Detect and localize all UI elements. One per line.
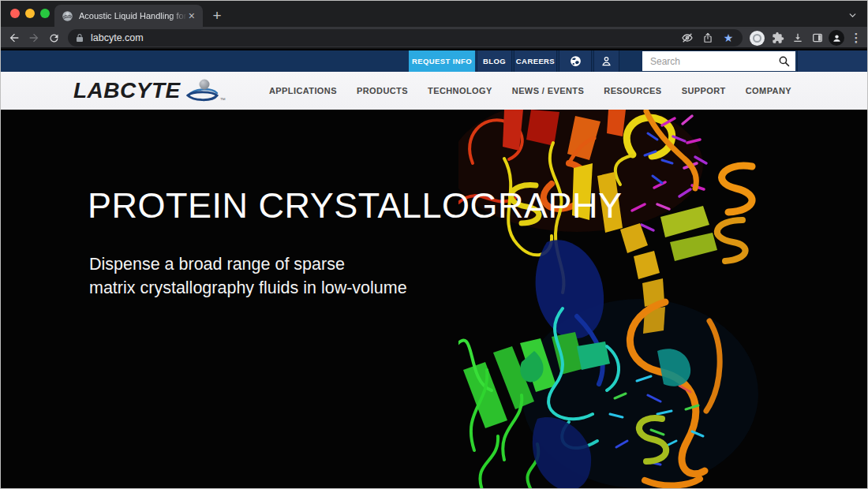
preview-hidden-icon[interactable]: [679, 30, 695, 46]
hero-subtitle-line2: matrix crystallography fluids in low-vol…: [89, 276, 407, 300]
macos-minimize-button[interactable]: [25, 9, 35, 18]
utility-nav-bar: REQUEST INFO BLOG CAREERS: [1, 50, 867, 72]
macos-close-button[interactable]: [10, 9, 20, 18]
url-text: labcyte.com: [91, 32, 675, 43]
request-info-button[interactable]: REQUEST INFO: [409, 50, 475, 72]
logo-text: LABCYTE: [73, 78, 181, 103]
hero-subtitle: Dispense a broad range of sparse matrix …: [89, 252, 407, 300]
nav-item-technology[interactable]: TECHNOLOGY: [428, 86, 492, 95]
hero-banner: PROTEIN CRYSTALLOGRAPHY Dispense a broad…: [1, 110, 867, 489]
careers-button[interactable]: CAREERS: [514, 50, 557, 72]
search-input[interactable]: [642, 51, 795, 71]
macos-zoom-button[interactable]: [40, 9, 50, 18]
browser-toolbar: labcyte.com ★: [1, 27, 867, 49]
browser-tab[interactable]: Acoustic Liquid Handling for Li ×: [54, 5, 203, 27]
hero-title: PROTEIN CRYSTALLOGRAPHY: [88, 185, 623, 226]
browser-menu-icon[interactable]: ⋮: [847, 29, 865, 47]
main-nav-items: APPLICATIONS PRODUCTS TECHNOLOGY NEWS / …: [269, 72, 791, 110]
share-icon[interactable]: [700, 30, 716, 46]
forward-icon[interactable]: [25, 29, 43, 47]
nav-item-products[interactable]: PRODUCTS: [357, 86, 408, 95]
address-bar[interactable]: labcyte.com ★: [68, 29, 743, 47]
main-nav-bar: LABCYTE ™ APPLICATIONS PRODUCTS TECHNOLO…: [1, 72, 867, 110]
nav-item-company[interactable]: COMPANY: [746, 86, 791, 95]
language-globe-button[interactable]: [559, 50, 592, 72]
search-icon[interactable]: [777, 54, 791, 71]
tab-close-icon[interactable]: ×: [187, 10, 196, 21]
bookmark-star-icon[interactable]: ★: [720, 30, 736, 46]
nav-item-news-events[interactable]: NEWS / EVENTS: [512, 86, 584, 95]
new-tab-button[interactable]: +: [208, 7, 226, 24]
account-button[interactable]: [593, 50, 619, 72]
nav-item-applications[interactable]: APPLICATIONS: [269, 86, 337, 95]
tab-favicon-globe-icon: [62, 10, 73, 22]
tab-title: Acoustic Liquid Handling for Li: [79, 11, 187, 21]
extension-avatar-icon[interactable]: [748, 29, 765, 47]
tab-search-chevron-icon[interactable]: [845, 8, 859, 22]
protein-structure-image: [458, 110, 798, 489]
lock-icon: [75, 33, 84, 43]
globe-icon: [569, 54, 582, 68]
profile-avatar-icon[interactable]: [828, 29, 845, 47]
logo-trademark: ™: [220, 97, 226, 103]
side-panel-icon[interactable]: [809, 29, 826, 47]
labcyte-logo[interactable]: LABCYTE ™: [73, 78, 226, 105]
back-icon[interactable]: [6, 29, 23, 47]
browser-window: Acoustic Liquid Handling for Li × + labc…: [0, 0, 868, 489]
extensions-puzzle-icon[interactable]: [769, 29, 787, 47]
downloads-icon[interactable]: [789, 29, 806, 47]
person-icon: [600, 55, 612, 67]
nav-item-support[interactable]: SUPPORT: [682, 86, 726, 95]
site-search: [642, 51, 795, 71]
blog-button[interactable]: BLOG: [477, 50, 512, 72]
reload-icon[interactable]: [45, 29, 62, 47]
hero-subtitle-line1: Dispense a broad range of sparse: [89, 252, 407, 276]
utility-right-panel: [797, 50, 868, 72]
logo-droplet-icon: [184, 78, 220, 105]
nav-item-resources[interactable]: RESOURCES: [604, 86, 661, 95]
tab-strip: Acoustic Liquid Handling for Li × +: [1, 1, 867, 27]
